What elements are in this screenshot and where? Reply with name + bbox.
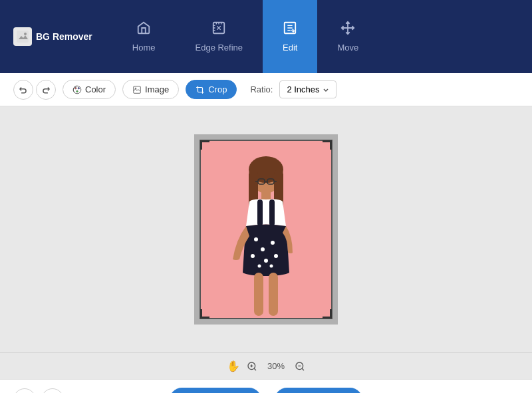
toolbar: Color Image Crop Ratio: 2 Inches [0, 73, 532, 106]
crop-label: Crop [208, 84, 227, 94]
image-background [200, 140, 332, 319]
nav-label-move: Move [337, 43, 358, 53]
color-button[interactable]: Color [63, 80, 116, 99]
next-button[interactable] [41, 388, 64, 393]
zoom-control: ✋ 30% [227, 360, 305, 372]
svg-point-18 [254, 237, 258, 241]
svg-point-9 [135, 88, 136, 89]
redo-button[interactable] [36, 80, 56, 100]
download-button[interactable]: Download [275, 388, 362, 394]
undo-redo-group [13, 80, 56, 100]
ratio-prefix: Ratio: [250, 84, 273, 94]
ratio-select[interactable]: 2 Inches [279, 80, 336, 98]
svg-rect-27 [269, 273, 278, 316]
color-label: Color [85, 84, 106, 94]
svg-rect-16 [257, 199, 263, 226]
svg-point-25 [270, 265, 273, 268]
nav-label-edge-refine: Edge Refine [196, 43, 243, 53]
svg-rect-0 [17, 31, 29, 43]
image-label: Image [145, 84, 169, 94]
footer: New Image Download [0, 379, 532, 393]
zoom-bar: ✋ 30% [0, 352, 532, 379]
home-icon [136, 21, 151, 37]
svg-point-22 [274, 254, 278, 258]
brand-label: BG Remover [36, 31, 92, 42]
person-image [200, 140, 332, 319]
nav-item-move[interactable]: Move [317, 0, 378, 73]
svg-line-38 [302, 368, 304, 370]
svg-point-19 [261, 247, 265, 251]
brand-icon [13, 27, 32, 46]
image-container [200, 140, 332, 319]
prev-button[interactable] [13, 388, 36, 393]
move-icon [340, 21, 355, 37]
image-button[interactable]: Image [122, 80, 179, 99]
footer-navigation [13, 388, 64, 393]
svg-point-23 [264, 259, 268, 263]
hand-icon: ✋ [227, 360, 240, 372]
navbar: BG Remover Home Edge Refine [0, 0, 532, 73]
svg-point-1 [24, 33, 27, 35]
ratio-value: 2 Inches [287, 84, 319, 94]
zoom-percent: 30% [264, 361, 288, 371]
nav-label-home: Home [132, 43, 156, 53]
nav-item-home[interactable]: Home [112, 0, 176, 73]
svg-point-5 [75, 87, 76, 88]
svg-point-24 [258, 265, 261, 268]
nav-item-edit[interactable]: Edit [263, 0, 317, 73]
crop-button[interactable]: Crop [186, 80, 237, 99]
svg-line-34 [254, 368, 256, 370]
svg-rect-26 [254, 273, 263, 316]
nav-label-edit: Edit [283, 43, 297, 53]
svg-point-6 [78, 87, 79, 88]
edge-refine-icon [211, 21, 226, 37]
zoom-in-button[interactable] [247, 361, 257, 372]
svg-rect-17 [269, 199, 275, 226]
svg-point-21 [251, 254, 255, 258]
undo-button[interactable] [13, 80, 33, 100]
nav-items: Home Edge Refine Edit [112, 0, 378, 73]
brand: BG Remover [13, 27, 92, 46]
svg-point-7 [76, 90, 78, 92]
new-image-button[interactable]: New Image [170, 388, 261, 394]
nav-item-edge-refine[interactable]: Edge Refine [176, 0, 263, 73]
svg-point-20 [271, 241, 275, 245]
image-wrapper [194, 134, 338, 325]
zoom-out-button[interactable] [295, 361, 305, 372]
edit-icon [283, 21, 297, 37]
canvas-area [0, 106, 532, 352]
